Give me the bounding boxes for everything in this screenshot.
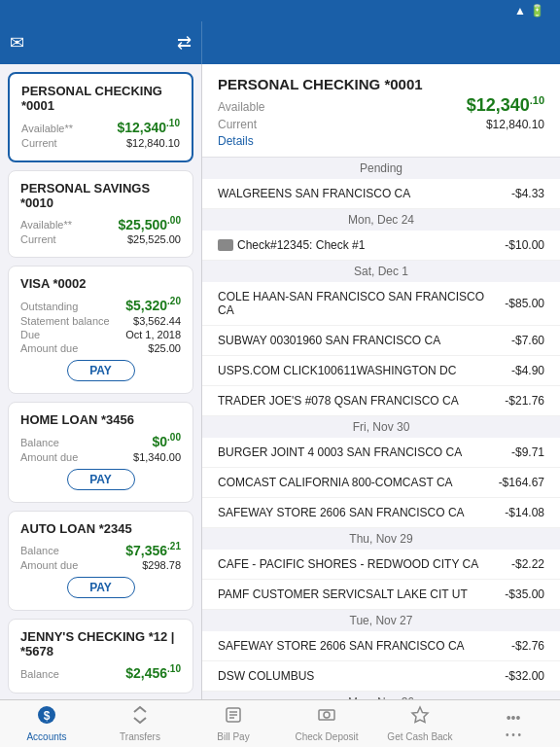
svg-marker-8 <box>412 707 428 723</box>
tab-item-billpay[interactable]: Bill Pay <box>187 700 280 747</box>
transaction-amount: -$2.22 <box>511 557 544 571</box>
account-row: Current$12,840.10 <box>21 137 180 149</box>
transaction-row[interactable]: SAFEWAY STORE 2606 SAN FRANCISCO CA-$14.… <box>202 498 560 528</box>
account-card-home-loan[interactable]: HOME LOAN *3456Balance$0.00Amount due$1,… <box>8 402 193 503</box>
account-row-label: Balance <box>20 545 59 556</box>
tab-bar: $AccountsTransfersBill PayCheck DepositG… <box>0 699 560 747</box>
check-icon <box>218 239 233 251</box>
tab-icon-accounts: $ <box>37 705 56 729</box>
section-header: Pending <box>202 158 560 179</box>
history-panel: PERSONAL CHECKING *0001Available$12,340.… <box>202 64 560 699</box>
transaction-name: USPS.COM CLICK100611WASHINGTON DC <box>218 364 511 377</box>
pay-button[interactable]: PAY <box>67 360 135 381</box>
transaction-name: WALGREENS SAN FRANCISCO CA <box>218 187 511 200</box>
tab-icon-billpay <box>224 705 243 729</box>
tab-label-getcashback: Get Cash Back <box>387 731 452 742</box>
transaction-row[interactable]: TRADER JOE'S #078 QSAN FRANCISCO CA-$21.… <box>202 386 560 416</box>
transaction-amount: -$4.33 <box>511 187 544 200</box>
account-row: Balance$2,456.10 <box>20 663 181 681</box>
tab-item-getcashback[interactable]: Get Cash Back <box>373 700 467 747</box>
account-row-value: Oct 1, 2018 <box>125 329 181 340</box>
available-row: Available$12,340.10 <box>218 94 544 116</box>
transaction-amount: -$32.00 <box>505 669 544 683</box>
available-value: $12,340.10 <box>467 94 544 116</box>
account-row-label: Amount due <box>20 342 78 354</box>
tab-label-more: • • • <box>506 729 521 740</box>
section-header: Mon, Nov 26 <box>202 692 560 699</box>
tab-label-accounts: Accounts <box>26 731 66 742</box>
pay-button[interactable]: PAY <box>67 577 135 598</box>
account-row-label: Due <box>20 329 40 340</box>
svg-text:$: $ <box>44 709 51 723</box>
transaction-row[interactable]: COMCAST CALIFORNIA 800-COMCAST CA-$164.6… <box>202 468 560 498</box>
account-row-label: Statement balance <box>20 315 110 327</box>
tab-item-transfers[interactable]: Transfers <box>93 700 187 747</box>
account-row: Amount due$1,340.00 <box>20 451 181 463</box>
section-header: Fri, Nov 30 <box>202 416 560 438</box>
transaction-row[interactable]: USPS.COM CLICK100611WASHINGTON DC-$4.90 <box>202 356 560 386</box>
transaction-amount: -$14.08 <box>505 506 544 519</box>
wifi-icon: ▲ <box>514 4 526 18</box>
accounts-panel: PERSONAL CHECKING *0001Available**$12,34… <box>0 64 202 699</box>
transaction-amount: -$10.00 <box>505 238 544 252</box>
transaction-row[interactable]: BURGER JOINT 4 0003 SAN FRANCISCO CA-$9.… <box>202 438 560 468</box>
tab-item-more[interactable]: •••• • • <box>467 700 560 747</box>
transaction-amount: -$4.90 <box>511 364 544 377</box>
transaction-row[interactable]: SAFEWAY STORE 2606 SAN FRANCISCO CA-$2.7… <box>202 631 560 661</box>
left-nav-panel: ✉ ⇄ <box>0 21 202 64</box>
account-row: Outstanding$5,320.20 <box>20 296 181 313</box>
account-row: Statement balance$3,562.44 <box>20 315 181 327</box>
main-content: PERSONAL CHECKING *0001Available**$12,34… <box>0 64 560 699</box>
transaction-name: SAFEWAY STORE 2606 SAN FRANCISCO CA <box>218 506 505 519</box>
account-row-label: Current <box>21 137 57 149</box>
account-row-label: Outstanding <box>20 301 78 312</box>
account-row-label: Current <box>20 233 56 245</box>
transaction-name: SAFEWAY STORE 2606 SAN FRANCISCO CA <box>218 639 511 653</box>
tab-icon-more: ••• <box>507 707 521 728</box>
transaction-name: SUBWAY 00301960 SAN FRANCISCO CA <box>218 334 511 347</box>
tab-item-checkdeposit[interactable]: Check Deposit <box>280 700 373 747</box>
account-name: JENNY'S CHECKING *12 | *5678 <box>20 629 181 658</box>
account-card-personal-savings[interactable]: PERSONAL SAVINGS *0010Available**$25,500… <box>8 170 193 259</box>
history-header: PERSONAL CHECKING *0001Available$12,340.… <box>202 64 560 158</box>
right-nav-panel <box>202 21 560 64</box>
transaction-row[interactable]: DSW COLUMBUS-$32.00 <box>202 661 560 692</box>
tab-icon-getcashback <box>410 705 430 729</box>
details-link[interactable]: Details <box>218 134 254 148</box>
account-row: Balance$0.00 <box>20 432 181 449</box>
transfer-icon[interactable]: ⇄ <box>177 32 192 53</box>
account-row-value: $25,525.00 <box>127 233 181 245</box>
tab-label-billpay: Bill Pay <box>217 731 249 742</box>
account-card-personal-checking[interactable]: PERSONAL CHECKING *0001Available**$12,34… <box>8 72 193 162</box>
account-row: Available**$12,340.10 <box>21 118 180 135</box>
tab-item-accounts[interactable]: $Accounts <box>0 700 93 747</box>
account-card-jenny-checking[interactable]: JENNY'S CHECKING *12 | *5678Balance$2,45… <box>8 619 193 694</box>
account-row-label: Amount due <box>20 451 78 463</box>
account-row: Amount due$25.00 <box>20 342 181 354</box>
account-row-value: $3,562.44 <box>133 315 181 327</box>
transaction-name: Check#12345: Check #1 <box>218 238 505 252</box>
transaction-row[interactable]: SUBWAY 00301960 SAN FRANCISCO CA-$7.60 <box>202 326 560 356</box>
account-card-visa[interactable]: VISA *0002Outstanding$5,320.20Statement … <box>8 266 193 394</box>
section-header: Sat, Dec 1 <box>202 261 560 282</box>
transaction-row[interactable]: Check#12345: Check #1-$10.00 <box>202 231 560 261</box>
account-card-auto-loan[interactable]: AUTO LOAN *2345Balance$7,356.21Amount du… <box>8 511 193 612</box>
transaction-row[interactable]: PAMF CUSTOMER SERVICSALT LAKE CIT UT-$35… <box>202 580 560 610</box>
transaction-row[interactable]: COLE HAAN-SAN FRANCISCO SAN FRANCISCO CA… <box>202 282 560 326</box>
mail-icon[interactable]: ✉ <box>10 32 24 53</box>
pay-button[interactable]: PAY <box>67 469 135 490</box>
transaction-amount: -$85.00 <box>505 297 544 310</box>
battery-icon: 🔋 <box>530 4 544 18</box>
transaction-amount: -$7.60 <box>511 334 544 347</box>
transaction-name: TRADER JOE'S #078 QSAN FRANCISCO CA <box>218 394 505 408</box>
transaction-row[interactable]: WALGREENS SAN FRANCISCO CA-$4.33 <box>202 179 560 209</box>
transaction-row[interactable]: CAFE - PACIFIC SHORES - REDWOOD CITY CA-… <box>202 550 560 580</box>
account-row-value: $25.00 <box>148 342 181 354</box>
account-row-value: $12,340.10 <box>117 118 180 135</box>
account-row: Amount due$298.78 <box>20 559 181 571</box>
account-row-value: $25,500.00 <box>118 215 181 232</box>
account-name: PERSONAL SAVINGS *0010 <box>20 181 181 210</box>
transaction-name: BURGER JOINT 4 0003 SAN FRANCISCO CA <box>218 445 511 459</box>
svg-point-7 <box>324 712 330 718</box>
transaction-amount: -$9.71 <box>511 445 544 459</box>
